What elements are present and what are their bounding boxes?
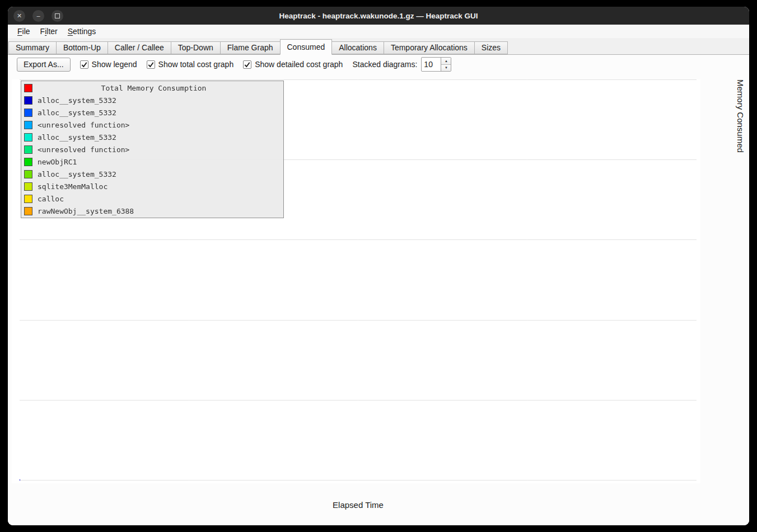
tab-bar: SummaryBottom-UpCaller / CalleeTop-DownF… — [8, 38, 749, 55]
tab-top-down[interactable]: Top-Down — [171, 41, 221, 54]
maximize-icon — [55, 13, 60, 18]
tab-temporary-allocations[interactable]: Temporary Allocations — [384, 41, 475, 54]
legend-color-swatch — [24, 121, 32, 129]
legend-color-swatch — [24, 207, 32, 215]
legend-item: alloc__system_5332 — [21, 131, 283, 143]
legend-color-swatch — [24, 96, 32, 105]
window-controls: ✕ – — [13, 10, 63, 22]
legend-label: <unresolved function> — [38, 145, 129, 154]
legend-item: <unresolved function> — [21, 119, 283, 131]
legend-item: calloc — [21, 192, 283, 205]
spinner-buttons: ▲ ▼ — [441, 58, 451, 71]
legend-color-swatch — [24, 145, 32, 154]
checkbox-show-detailed-cost-graph[interactable]: Show detailed cost graph — [243, 60, 343, 69]
app-window: ✕ – Heaptrack - heaptrack.wakunode.1.gz … — [8, 7, 749, 525]
checkbox-box — [80, 60, 88, 69]
close-button[interactable]: ✕ — [13, 10, 25, 22]
legend-label: Total Memory Consumption — [38, 84, 270, 92]
toolbar: Export As... Show legendShow total cost … — [8, 55, 749, 74]
check-icon — [81, 61, 88, 68]
close-icon: ✕ — [17, 13, 22, 19]
legend-label: newObjRC1 — [38, 158, 77, 166]
tab-summary[interactable]: Summary — [8, 41, 57, 54]
legend-color-swatch — [24, 84, 32, 92]
stacked-diagrams-spinner[interactable]: 10 ▲ ▼ — [421, 57, 451, 72]
checkbox-box — [243, 60, 251, 69]
window-title: Heaptrack - heaptrack.wakunode.1.gz — He… — [8, 12, 749, 20]
legend-item: Total Memory Consumption — [21, 82, 283, 94]
legend-color-swatch — [24, 109, 32, 117]
checkbox-label: Show legend — [92, 60, 137, 69]
menu-bar: FileFilterSettings — [8, 25, 749, 38]
legend-label: alloc__system_5332 — [38, 133, 116, 142]
legend-item: newObjRC1 — [21, 156, 283, 168]
desktop-background: { "window": { "title": "Heaptrack - heap… — [0, 0, 757, 532]
menu-filter[interactable]: Filter — [35, 26, 63, 37]
legend-label: <unresolved function> — [38, 121, 129, 129]
minimize-button[interactable]: – — [32, 10, 44, 22]
legend-item: alloc__system_5332 — [21, 106, 283, 119]
menu-file[interactable]: File — [12, 26, 35, 37]
checkbox-box — [147, 60, 155, 69]
y-axis-title: Memory Consumed — [736, 79, 745, 483]
stacked-diagrams-label: Stacked diagrams: — [352, 60, 417, 69]
spinner-value[interactable]: 10 — [422, 58, 441, 71]
legend-color-swatch — [24, 195, 32, 203]
check-icon — [147, 61, 155, 68]
check-icon — [244, 61, 251, 68]
tab-consumed[interactable]: Consumed — [280, 39, 333, 55]
checkbox-show-legend[interactable]: Show legend — [80, 60, 137, 69]
menu-settings[interactable]: Settings — [63, 26, 101, 37]
legend-label: alloc__system_5332 — [38, 109, 116, 117]
chevron-up-icon: ▲ — [445, 59, 448, 63]
checkbox-label: Show detailed cost graph — [255, 60, 343, 69]
tab-allocations[interactable]: Allocations — [331, 41, 384, 54]
legend-item: rawNewObj__system_6388 — [21, 205, 283, 217]
legend-label: rawNewObj__system_6388 — [38, 207, 134, 215]
tab-flame-graph[interactable]: Flame Graph — [220, 41, 281, 54]
legend-label: sqlite3MemMalloc — [38, 182, 108, 191]
checkbox-show-total-cost-graph[interactable]: Show total cost graph — [147, 60, 234, 69]
checkbox-group: Show legendShow total cost graphShow det… — [80, 60, 343, 69]
legend-color-swatch — [24, 170, 32, 178]
tab-bottom-up[interactable]: Bottom-Up — [56, 41, 108, 54]
chart-legend: Total Memory Consumptionalloc__system_53… — [21, 81, 284, 218]
legend-item: alloc__system_5332 — [21, 94, 283, 106]
legend-label: alloc__system_5332 — [38, 170, 116, 178]
checkbox-label: Show total cost graph — [158, 60, 234, 69]
legend-label: alloc__system_5332 — [38, 96, 116, 105]
tab-sizes[interactable]: Sizes — [474, 41, 508, 54]
tab-caller-callee[interactable]: Caller / Callee — [108, 41, 171, 54]
spinner-up-button[interactable]: ▲ — [441, 58, 451, 65]
title-bar: ✕ – Heaptrack - heaptrack.wakunode.1.gz … — [8, 7, 749, 25]
legend-color-swatch — [24, 182, 32, 191]
spinner-down-button[interactable]: ▼ — [441, 65, 451, 72]
legend-item: sqlite3MemMalloc — [21, 180, 283, 192]
legend-color-swatch — [24, 158, 32, 166]
legend-item: alloc__system_5332 — [21, 168, 283, 180]
legend-item: <unresolved function> — [21, 143, 283, 156]
legend-label: calloc — [38, 195, 64, 203]
x-axis-title: Elapsed Time — [20, 500, 697, 510]
legend-color-swatch — [24, 133, 32, 142]
maximize-button[interactable] — [52, 10, 63, 22]
chart-region: Total Memory Consumptionalloc__system_53… — [8, 74, 749, 525]
chevron-down-icon: ▼ — [445, 66, 448, 69]
stacked-diagrams-group: Stacked diagrams: 10 ▲ ▼ — [352, 57, 451, 72]
minimize-icon: – — [36, 13, 40, 19]
export-as-button[interactable]: Export As... — [17, 58, 71, 72]
